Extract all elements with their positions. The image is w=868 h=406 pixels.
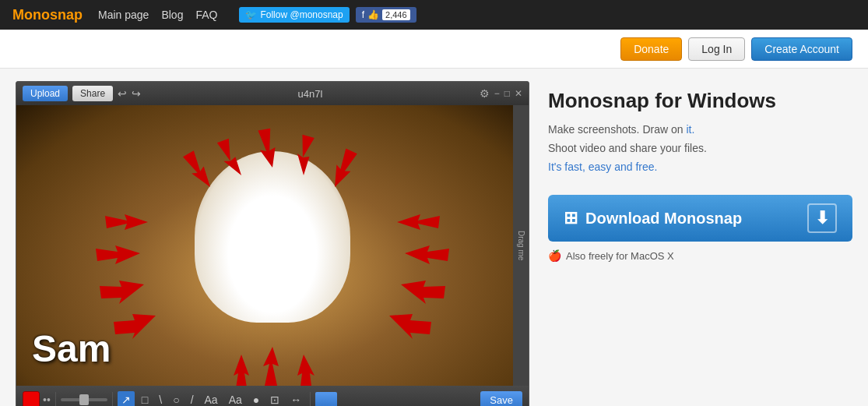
facebook-like-button[interactable]: f 👍 2,446 — [356, 7, 416, 23]
maximize-button[interactable]: □ — [504, 88, 510, 99]
download-label: Download Monosnap — [585, 210, 742, 228]
upload-button[interactable]: Upload — [23, 86, 68, 101]
undo-button[interactable]: ↩ — [118, 87, 127, 100]
apple-icon: 🍎 — [548, 249, 561, 262]
tagline: Make screenshots. Draw on it. Shoot vide… — [548, 121, 852, 176]
nav-faq[interactable]: FAQ — [195, 9, 217, 21]
screenshot-thumbnail — [315, 392, 337, 406]
drag-handle[interactable]: Drag me — [513, 105, 529, 386]
logo: Monosnap — [12, 7, 83, 23]
editor-window: Upload Share ↩ ↪ u4n7l ⚙ − □ ✕ — [16, 81, 529, 406]
color-options-icon: •• — [43, 394, 51, 406]
drag-handle-label: Drag me — [517, 231, 525, 260]
nav-main[interactable]: Main page — [98, 9, 149, 21]
fb-count: 2,446 — [382, 9, 410, 20]
nav-links: Main page Blog FAQ — [98, 9, 217, 21]
facebook-icon: f — [362, 9, 364, 20]
login-button[interactable]: Log In — [688, 37, 745, 61]
tagline-line3: It's fast, easy and free. — [548, 158, 852, 177]
windows-icon: ⊞ — [564, 208, 578, 228]
product-heading: Monosnap for Windows — [548, 89, 852, 113]
twitter-icon: 🐦 — [245, 9, 257, 20]
mac-line: 🍎 Also freely for MacOS X — [548, 249, 852, 262]
donate-button[interactable]: Donate — [620, 37, 682, 61]
separator — [310, 392, 311, 406]
create-account-button[interactable]: Create Account — [751, 37, 852, 61]
color-picker[interactable] — [23, 391, 40, 406]
separator — [55, 392, 56, 406]
save-button[interactable]: Save — [480, 391, 522, 407]
separator — [112, 392, 113, 406]
text-tool[interactable]: Aa — [201, 391, 222, 406]
arrow-tool[interactable]: ↗ — [118, 391, 135, 406]
download-icon: ⬇ — [807, 203, 837, 233]
twitter-label: Follow @monosnap — [260, 9, 343, 20]
redo-button[interactable]: ↪ — [132, 87, 141, 100]
action-bar: Donate Log In Create Account — [0, 30, 868, 69]
crop-tool[interactable]: ⊡ — [266, 391, 283, 406]
nav-blog[interactable]: Blog — [161, 9, 183, 21]
dog-silhouette — [195, 151, 350, 323]
pen-tool[interactable]: / — [187, 391, 198, 406]
line-tool[interactable]: \ — [155, 391, 166, 406]
mac-label: Also freely for MacOS X — [566, 250, 674, 262]
rect-tool[interactable]: □ — [138, 391, 152, 406]
editor-toolbar: •• ↗ □ \ ○ / Aa Aa ● ⊡ ↔ Save — [16, 386, 529, 406]
fb-thumbs-icon: 👍 — [367, 9, 379, 20]
top-nav: Monosnap Main page Blog FAQ 🐦 Follow @mo… — [0, 0, 868, 30]
resize-tool[interactable]: ↔ — [286, 391, 305, 406]
size-slider[interactable] — [61, 398, 107, 401]
social-buttons: 🐦 Follow @monosnap f 👍 2,446 — [239, 7, 416, 23]
editor-title: u4n7l — [146, 88, 475, 100]
text-bg-tool[interactable]: Aa — [225, 391, 246, 406]
highlight-fast: It's fast, easy and free. — [548, 161, 657, 173]
download-btn-left: ⊞ Download Monosnap — [564, 208, 742, 228]
main-content: Upload Share ↩ ↪ u4n7l ⚙ − □ ✕ — [0, 69, 868, 406]
blur-tool[interactable]: ● — [249, 391, 263, 406]
right-panel: Monosnap for Windows Make screenshots. D… — [548, 81, 852, 406]
editor-titlebar: Upload Share ↩ ↪ u4n7l ⚙ − □ ✕ — [16, 82, 529, 105]
tagline-line2: Shoot video and share your files. — [548, 139, 852, 158]
minimize-button[interactable]: − — [494, 88, 500, 99]
share-button[interactable]: Share — [72, 86, 113, 101]
image-caption: Sam — [32, 327, 111, 370]
editor-canvas: Sam Drag me — [16, 105, 529, 386]
tagline-line1: Make screenshots. Draw on it. — [548, 121, 852, 139]
twitter-follow-button[interactable]: 🐦 Follow @monosnap — [239, 7, 349, 23]
circle-tool[interactable]: ○ — [169, 391, 183, 406]
highlight-it: it. — [686, 123, 694, 136]
settings-icon[interactable]: ⚙ — [480, 87, 490, 100]
editor-container: Upload Share ↩ ↪ u4n7l ⚙ − □ ✕ — [16, 81, 529, 406]
close-button[interactable]: ✕ — [515, 88, 522, 99]
download-button[interactable]: ⊞ Download Monosnap ⬇ — [548, 195, 852, 242]
